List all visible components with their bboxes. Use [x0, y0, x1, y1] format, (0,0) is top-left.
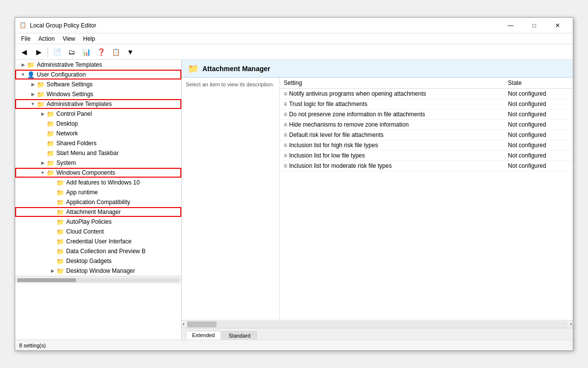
expand-icon — [49, 247, 56, 255]
properties-button[interactable]: 📊 — [79, 46, 93, 58]
status-bar: 8 setting(s) — [15, 340, 573, 350]
tree-item-desktop-gadgets[interactable]: 📁 Desktop Gadgets — [15, 256, 181, 266]
tree-item-desktop[interactable]: 📁 Desktop — [15, 119, 181, 129]
table-row[interactable]: ≡ Inclusion list for low file types Not … — [280, 151, 573, 161]
window-title: Local Group Policy Editor — [30, 22, 96, 29]
table-row[interactable]: ≡ Do not preserve zone information in fi… — [280, 109, 573, 120]
folder-button[interactable]: 🗂 — [65, 46, 78, 58]
setting-icon: ≡ — [284, 131, 287, 138]
title-bar-left: 📋 Local Group Policy Editor — [19, 22, 96, 29]
tree-item-desktop-window-mgr[interactable]: ▶ 📁 Desktop Window Manager — [15, 266, 181, 276]
setting-name-cell: ≡ Do not preserve zone information in fi… — [280, 109, 504, 120]
tree-item-windows-components[interactable]: ▼ 📁 Windows Components — [15, 168, 181, 178]
tree-horizontal-scroll[interactable] — [15, 276, 181, 284]
tab-extended[interactable]: Extended — [186, 331, 221, 340]
setting-name: Trust logic for file attachments — [289, 101, 368, 107]
setting-icon: ≡ — [284, 101, 287, 107]
export-button[interactable]: 📋 — [109, 46, 122, 58]
table-row[interactable]: ≡ Hide mechanisms to remove zone informa… — [280, 120, 573, 130]
setting-name: Default risk level for file attachments — [289, 131, 384, 138]
expand-icon — [39, 139, 47, 147]
scroll-track — [187, 321, 567, 327]
tree-label: Desktop — [56, 120, 78, 127]
tree-label: Attachment Manager — [66, 209, 121, 215]
expand-icon: ▶ — [39, 159, 47, 167]
minimize-button[interactable]: — — [499, 18, 522, 33]
forward-button[interactable]: ▶ — [32, 46, 46, 58]
back-button[interactable]: ◀ — [17, 46, 31, 58]
folder-icon: 📁 — [47, 130, 54, 137]
right-pane-scrollbar[interactable]: ‹ › — [182, 320, 573, 328]
tab-standard[interactable]: Standard — [222, 331, 257, 340]
expand-icon — [49, 218, 56, 226]
tree-scroll-track — [17, 278, 179, 282]
tree-item-admin-templates[interactable]: ▼ 📁 Administrative Templates — [15, 99, 181, 109]
tree-item-credential-ui[interactable]: 📁 Credential User Interface — [15, 237, 181, 246]
tree-item-windows-settings[interactable]: ▶ 📁 Windows Settings — [15, 89, 181, 99]
setting-state: Not configured — [504, 109, 573, 120]
tree-label: Windows Settings — [47, 91, 93, 98]
tree-label: Shared Folders — [56, 140, 97, 147]
show-hide-button[interactable]: 📄 — [50, 46, 64, 58]
tree-item-cloud-content[interactable]: 📁 Cloud Content — [15, 227, 181, 237]
tree-item-system[interactable]: ▶ 📁 System — [15, 158, 181, 168]
tree-label: Windows Components — [56, 169, 115, 176]
tree-item-start-menu[interactable]: 📁 Start Menu and Taskbar — [15, 148, 181, 158]
close-button[interactable]: ✕ — [546, 18, 569, 33]
tree-item-attachment-manager[interactable]: 📁 Attachment Manager — [15, 207, 181, 217]
setting-name-cell: ≡ Inclusion list for low file types — [280, 151, 504, 161]
tree-label: Software Settings — [47, 81, 93, 88]
tree-item-network[interactable]: 📁 Network — [15, 129, 181, 138]
table-row[interactable]: ≡ Inclusion list for moderate risk file … — [280, 161, 573, 171]
maximize-button[interactable]: □ — [523, 18, 545, 33]
setting-icon: ≡ — [284, 121, 287, 128]
tree-item-app-compat[interactable]: 📁 Application Compatibility — [15, 197, 181, 207]
tree-label: Control Panel — [56, 110, 92, 117]
menu-action[interactable]: Action — [34, 34, 58, 43]
menu-view[interactable]: View — [59, 34, 79, 43]
setting-name-cell: ≡ Hide mechanisms to remove zone informa… — [280, 120, 504, 130]
folder-icon: 📁 — [47, 169, 54, 177]
right-pane: 📁 Attachment Manager Select an item to v… — [182, 60, 573, 340]
expand-icon — [49, 188, 56, 196]
setting-name-cell: ≡ Trust logic for file attachments — [280, 99, 504, 109]
table-row[interactable]: ≡ Trust logic for file attachments Not c… — [280, 99, 573, 109]
setting-icon: ≡ — [284, 162, 287, 169]
settings-pane[interactable]: Setting State ≡ Notify antivirus program… — [280, 78, 573, 320]
setting-name: Hide mechanisms to remove zone informati… — [289, 121, 409, 128]
expand-icon — [49, 179, 56, 186]
tree-label: Desktop Gadgets — [66, 258, 112, 264]
menu-help[interactable]: Help — [79, 34, 99, 43]
scroll-left-btn[interactable]: ‹ — [182, 321, 185, 327]
tree-item-autoplay[interactable]: 📁 AutoPlay Policies — [15, 217, 181, 227]
tab-bar: Extended Standard — [182, 328, 573, 340]
help-button[interactable]: ❓ — [94, 46, 108, 58]
tree-label: Application Compatibility — [66, 199, 130, 206]
tree-item-add-features[interactable]: 📁 Add features to Windows 10 — [15, 178, 181, 187]
tree-item-data-collection[interactable]: 📁 Data Collection and Preview B — [15, 246, 181, 256]
tree-item-user-config[interactable]: ▼ 👤 User Configuration — [15, 70, 181, 79]
expand-icon: ▼ — [29, 100, 37, 108]
filter-button[interactable]: ▼ — [123, 46, 137, 58]
scroll-right-btn[interactable]: › — [569, 321, 573, 327]
table-row[interactable]: ≡ Inclusion list for high risk file type… — [280, 140, 573, 151]
table-row[interactable]: ≡ Default risk level for file attachment… — [280, 130, 573, 140]
folder-icon: 📁 — [47, 120, 54, 128]
folder-icon: 📁 — [47, 110, 54, 118]
expand-icon — [49, 198, 56, 206]
app-icon: 📋 — [19, 22, 27, 29]
tree-item-control-panel[interactable]: ▶ 📁 Control Panel — [15, 109, 181, 119]
table-row[interactable]: ≡ Notify antivirus programs when opening… — [280, 89, 573, 99]
menu-file[interactable]: File — [17, 34, 34, 43]
tree-pane[interactable]: ▶ 📁 Administrative Templates ▼ 👤 User Co… — [15, 60, 182, 340]
tree-item-shared-folders[interactable]: 📁 Shared Folders — [15, 138, 181, 148]
toolbar: ◀ ▶ 📄 🗂 📊 ❓ 📋 ▼ — [15, 44, 573, 60]
setting-name: Inclusion list for high risk file types — [289, 142, 378, 149]
setting-state: Not configured — [504, 151, 573, 161]
tree-item-app-runtime[interactable]: 📁 App runtime — [15, 187, 181, 197]
setting-name-cell: ≡ Default risk level for file attachment… — [280, 130, 504, 140]
tree-item-admin-templates-root[interactable]: ▶ 📁 Administrative Templates — [15, 60, 181, 70]
window-controls: — □ ✕ — [499, 18, 569, 33]
right-pane-header: 📁 Attachment Manager — [182, 60, 573, 78]
tree-item-software-settings[interactable]: ▶ 📁 Software Settings — [15, 79, 181, 89]
